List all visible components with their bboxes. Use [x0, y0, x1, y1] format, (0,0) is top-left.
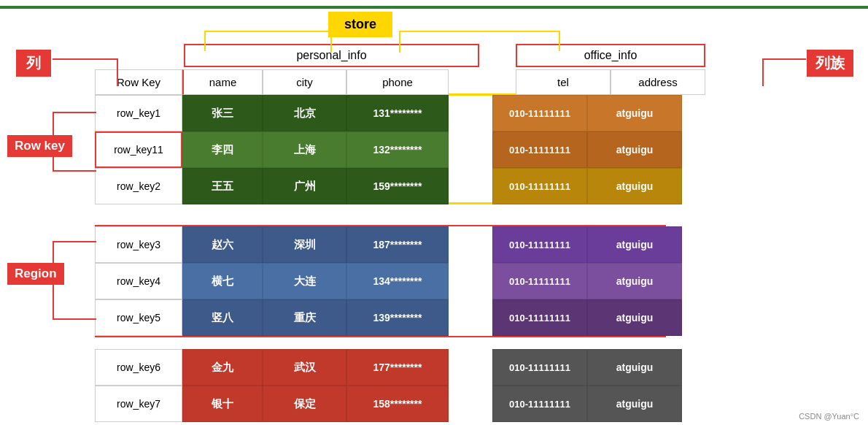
table-row: row_key7 银十 保定 158******** 010-11111111 …: [95, 386, 682, 422]
office-info-header: office_info: [516, 44, 705, 67]
rowkey-top-line: [53, 112, 96, 113]
lizu-arrow-h: [762, 58, 806, 60]
lizu-arrow-v: [762, 58, 764, 86]
lie-arrow-h: [53, 58, 118, 60]
cell-name: 张三: [182, 95, 263, 131]
table-row: row_key6 金九 武汉 177******** 010-11111111 …: [95, 349, 682, 386]
cell-city: 上海: [263, 131, 346, 168]
cell-tel: 010-11111111: [492, 226, 587, 263]
cell-name: 横七: [182, 263, 263, 299]
cell-name: 竖八: [182, 299, 263, 336]
cell-phone: 134********: [346, 263, 449, 299]
col-header-name: name: [182, 69, 263, 95]
rowkey-bottom-line: [53, 170, 96, 172]
table-row: row_key11 李四 上海 132******** 010-11111111…: [95, 131, 682, 168]
cell-address: atguigu: [587, 226, 682, 263]
cell-gap: [449, 226, 492, 263]
cell-address: atguigu: [587, 349, 682, 386]
cell-phone: 158********: [346, 386, 449, 422]
cell-phone: 159********: [346, 168, 449, 204]
cell-address: atguigu: [587, 299, 682, 336]
cell-city: 北京: [263, 95, 346, 131]
table-row: row_key4 横七 大连 134******** 010-11111111 …: [95, 263, 682, 299]
col-headers-right: tel address: [516, 69, 705, 95]
cell-phone: 187********: [346, 226, 449, 263]
cell-tel: 010-11111111: [492, 386, 587, 422]
cell-tel: 010-11111111: [492, 95, 587, 131]
cell-city: 广州: [263, 168, 346, 204]
store-h-right: [399, 31, 559, 32]
cell-rowkey: row_key5: [95, 299, 182, 336]
col-header-address: address: [611, 69, 705, 95]
cell-rowkey: row_key1: [95, 95, 182, 131]
cell-address: atguigu: [587, 386, 682, 422]
cell-tel: 010-11111111: [492, 168, 587, 204]
cell-name: 赵六: [182, 226, 263, 263]
cell-phone: 132********: [346, 131, 449, 168]
cell-tel: 010-11111111: [492, 349, 587, 386]
cell-tel: 010-11111111: [492, 131, 587, 168]
cell-rowkey: row_key3: [95, 226, 182, 263]
table-row: row_key2 王五 广州 159******** 010-11111111 …: [95, 168, 682, 204]
cell-city: 武汉: [263, 349, 346, 386]
cell-phone: 177********: [346, 349, 449, 386]
cell-city: 深圳: [263, 226, 346, 263]
store-right-line: [399, 31, 400, 53]
cell-name: 银十: [182, 386, 263, 422]
region-bottom-line: [53, 318, 96, 320]
store-vl-left: [204, 31, 206, 51]
cell-rowkey: row_key4: [95, 263, 182, 299]
cell-name: 李四: [182, 131, 263, 168]
lie-arrow-v: [117, 58, 118, 86]
col-header-tel: tel: [516, 69, 611, 95]
cell-address: atguigu: [587, 168, 682, 204]
store-h-left: [204, 31, 332, 32]
cell-gap: [449, 263, 492, 299]
region-label: Region: [7, 263, 64, 285]
rowkey-label: Row key: [7, 135, 72, 157]
cell-gap: [449, 386, 492, 422]
cell-gap: [449, 299, 492, 336]
cell-city: 重庆: [263, 299, 346, 336]
col-header-rowkey: Row Key: [95, 69, 182, 95]
cell-gap: [449, 95, 492, 131]
lizu-label: 列族: [807, 50, 853, 77]
table-row: row_key5 竖八 重庆 139******** 010-11111111 …: [95, 299, 682, 336]
cell-tel: 010-11111111: [492, 299, 587, 336]
cell-address: atguigu: [587, 263, 682, 299]
table-row: row_key3 赵六 深圳 187******** 010-11111111 …: [95, 226, 682, 263]
watermark: CSDN @Yuan°C: [799, 412, 859, 421]
region-top-line: [53, 241, 96, 242]
cell-address: atguigu: [587, 95, 682, 131]
cell-gap: [449, 131, 492, 168]
cell-name: 金九: [182, 349, 263, 386]
store-vl-right: [559, 31, 560, 51]
cell-rowkey: row_key7: [95, 386, 182, 422]
cell-gap: [449, 168, 492, 204]
cell-rowkey: row_key6: [95, 349, 182, 386]
cell-gap: [449, 349, 492, 386]
cell-rowkey: row_key2: [95, 168, 182, 204]
main-container: store 列 列族 personal_info office_info Row…: [0, 0, 868, 425]
cell-rowkey: row_key11: [95, 131, 182, 168]
cell-city: 大连: [263, 263, 346, 299]
cell-address: atguigu: [587, 131, 682, 168]
lie-label: 列: [16, 50, 51, 77]
col-header-city: city: [263, 69, 346, 95]
col-headers-row: Row Key name city phone: [95, 69, 449, 95]
cell-tel: 010-11111111: [492, 263, 587, 299]
col-header-phone: phone: [346, 69, 449, 95]
cell-city: 保定: [263, 386, 346, 422]
cell-phone: 131********: [346, 95, 449, 131]
table-row: row_key1 张三 北京 131******** 010-11111111 …: [95, 95, 682, 131]
cell-phone: 139********: [346, 299, 449, 336]
top-green-line: [0, 6, 868, 9]
cell-name: 王五: [182, 168, 263, 204]
store-label: store: [328, 12, 392, 37]
